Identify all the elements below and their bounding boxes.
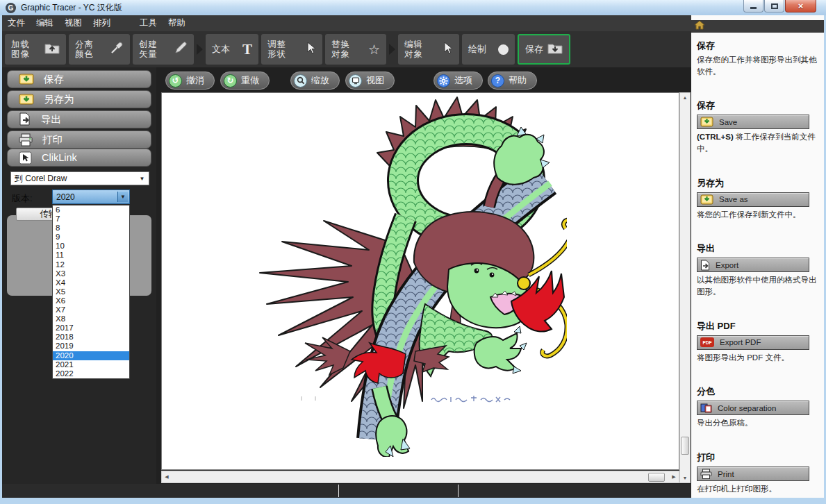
vertical-scroll-thumb[interactable] bbox=[681, 437, 689, 455]
help-save-as-label: Save as bbox=[719, 195, 748, 203]
vertical-scrollbar[interactable]: ▲ ▼ bbox=[679, 92, 691, 483]
version-select[interactable]: 2020 ▼ bbox=[52, 190, 130, 204]
version-option[interactable]: 2018 bbox=[53, 333, 129, 342]
version-option[interactable]: 12 bbox=[53, 260, 129, 269]
version-option[interactable]: 2021 bbox=[53, 360, 129, 369]
version-option[interactable]: 10 bbox=[53, 242, 129, 251]
section-header-print: 打印 bbox=[697, 451, 818, 464]
minimize-button[interactable] bbox=[743, 0, 763, 12]
section-header-color-separation: 分色 bbox=[697, 385, 818, 398]
help-color-separation-desc: 导出分色原稿。 bbox=[697, 417, 818, 429]
adjust-shape-button[interactable]: 调整形状 bbox=[261, 34, 322, 65]
version-option[interactable]: 6 bbox=[53, 205, 129, 215]
help-save-as-button[interactable]: Save as bbox=[697, 192, 809, 207]
version-option[interactable]: X4 bbox=[53, 278, 129, 287]
zoom-button[interactable]: 缩放 bbox=[290, 72, 340, 90]
cliklink-header-button[interactable]: ClikLink bbox=[7, 149, 151, 167]
minimize-icon bbox=[750, 7, 757, 9]
drawing-canvas[interactable] bbox=[161, 92, 679, 470]
version-option[interactable]: X7 bbox=[53, 305, 129, 314]
menu-view[interactable]: 视图 bbox=[59, 17, 88, 29]
save-icon bbox=[700, 117, 713, 127]
sidebar-print-button[interactable]: 打印 bbox=[7, 131, 151, 149]
create-vector-button[interactable]: 创建矢量 bbox=[133, 34, 194, 65]
scroll-left-icon[interactable]: ◀ bbox=[162, 474, 172, 480]
help-button[interactable]: ? 帮助 bbox=[488, 72, 537, 90]
help-export-pdf-button[interactable]: PDF Export PDF bbox=[697, 335, 809, 350]
help-print-label: Print bbox=[718, 470, 734, 478]
scroll-down-icon[interactable]: ▼ bbox=[680, 476, 690, 480]
save-icon bbox=[19, 73, 34, 85]
help-save-button[interactable]: Save bbox=[697, 115, 809, 129]
version-option[interactable]: 2017 bbox=[53, 324, 129, 333]
version-option[interactable]: 7 bbox=[53, 215, 129, 224]
help-color-separation-button[interactable]: Color separation bbox=[697, 401, 809, 415]
question-icon: ? bbox=[491, 74, 504, 87]
help-print-button[interactable]: Print bbox=[697, 467, 809, 481]
status-bar bbox=[2, 484, 691, 498]
view-button[interactable]: 视图 bbox=[345, 72, 395, 90]
edit-object-button[interactable]: 编辑对象 bbox=[398, 34, 459, 65]
sidebar-save-as-label: 另存为 bbox=[44, 93, 74, 106]
star-icon: ☆ bbox=[368, 42, 380, 58]
save-toolbar-button[interactable]: 保存 bbox=[518, 34, 570, 65]
sidebar-save-button[interactable]: 保存 bbox=[7, 70, 151, 88]
home-icon[interactable] bbox=[694, 20, 705, 33]
undo-button[interactable]: ↺ 撤消 bbox=[165, 72, 215, 90]
target-app-select[interactable]: 到 Corel Draw ▼ bbox=[10, 171, 149, 185]
desc-text: 将图形导出为 PDF 文件。 bbox=[697, 353, 789, 362]
section-header-export-pdf: 导出 PDF bbox=[697, 320, 818, 333]
menu-arrange[interactable]: 排列 bbox=[88, 17, 116, 29]
version-option[interactable]: X5 bbox=[53, 287, 129, 296]
version-option[interactable]: X6 bbox=[53, 296, 129, 305]
maximize-button[interactable] bbox=[764, 0, 784, 12]
horizontal-scroll-thumb[interactable] bbox=[648, 473, 665, 482]
chevron-down-icon: ▼ bbox=[137, 174, 147, 183]
pencil-icon bbox=[174, 41, 188, 58]
save-as-icon bbox=[19, 93, 34, 106]
folder-download-icon bbox=[547, 42, 563, 57]
separate-colors-button[interactable]: 分离颜色 bbox=[69, 34, 130, 65]
app-logo-icon: G bbox=[6, 3, 16, 13]
menu-tools[interactable]: 工具 bbox=[134, 17, 163, 29]
help-export-button[interactable]: Export bbox=[697, 258, 809, 272]
help-intro-title: 保存 bbox=[697, 40, 818, 52]
replace-object-button[interactable]: 替换对象 ☆ bbox=[325, 34, 386, 65]
version-select-value: 2020 bbox=[56, 192, 75, 202]
version-option[interactable]: 2022 bbox=[53, 369, 129, 378]
quick-toolbar: ↺ 撤消 ↻ 重做 缩放 视图 选项 ? 帮助 bbox=[165, 72, 537, 90]
version-option[interactable]: 9 bbox=[53, 233, 129, 242]
version-option[interactable]: X8 bbox=[53, 314, 129, 324]
section-header-save-as: 另存为 bbox=[697, 177, 818, 190]
zoom-label: 缩放 bbox=[311, 74, 329, 87]
horizontal-scrollbar[interactable]: ◀ ▶ bbox=[161, 471, 679, 483]
version-option[interactable]: 2019 bbox=[53, 342, 129, 351]
version-option[interactable]: X3 bbox=[53, 269, 129, 278]
version-option[interactable]: 8 bbox=[53, 224, 129, 233]
draw-button[interactable]: 绘制 bbox=[462, 34, 515, 65]
close-button[interactable]: × bbox=[785, 0, 816, 12]
help-export-pdf-desc: 将图形导出为 PDF 文件。 bbox=[697, 352, 818, 364]
version-option[interactable]: 11 bbox=[53, 251, 129, 260]
toolbar-group-arrow bbox=[197, 44, 203, 55]
redo-label: 重做 bbox=[241, 74, 259, 87]
save-as-icon bbox=[700, 194, 713, 205]
options-button[interactable]: 选项 bbox=[433, 72, 483, 90]
scroll-up-icon[interactable]: ▲ bbox=[680, 95, 690, 100]
redo-button[interactable]: ↻ 重做 bbox=[220, 72, 270, 90]
scroll-right-icon[interactable]: ▶ bbox=[669, 474, 679, 480]
load-image-button[interactable]: 加载图像 bbox=[5, 34, 66, 65]
redo-icon: ↻ bbox=[224, 74, 237, 87]
menu-help[interactable]: 帮助 bbox=[163, 17, 191, 29]
menu-edit[interactable]: 编辑 bbox=[31, 17, 59, 29]
sidebar-export-button[interactable]: 导出 bbox=[7, 110, 151, 128]
magnifier-icon bbox=[294, 74, 307, 87]
help-print-desc: 在打印机上打印图形。 bbox=[697, 483, 818, 495]
text-tool-button[interactable]: 文本 T bbox=[206, 34, 258, 65]
menu-file[interactable]: 文件 bbox=[2, 17, 31, 29]
cliklink-header-label: ClikLink bbox=[42, 152, 77, 163]
pdf-icon: PDF bbox=[700, 337, 714, 347]
help-export-label: Export bbox=[716, 261, 738, 269]
version-option-selected[interactable]: 2020 bbox=[53, 351, 129, 360]
sidebar-save-as-button[interactable]: 另存为 bbox=[7, 90, 151, 108]
